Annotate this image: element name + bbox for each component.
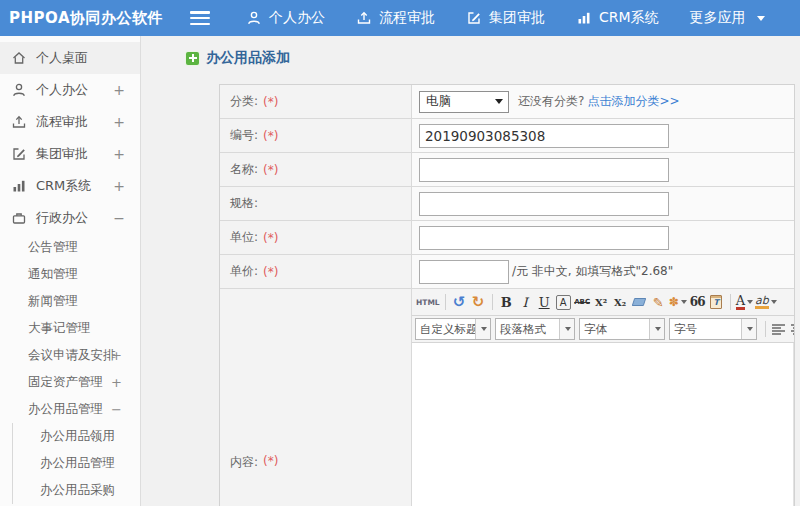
sidebar-item-personal-office[interactable]: 个人办公 + [0,74,140,106]
bold-button[interactable]: B [497,292,516,312]
nav-label: 更多应用 [690,9,746,27]
nav-label: 流程审批 [379,9,435,27]
form-row-content: 内容: (*) HTML ↺ ↻ B I U A ABC [220,289,794,506]
auto-typeset-button[interactable]: ✽ [668,292,688,312]
hamburger-menu-icon[interactable] [190,11,210,25]
paragraph-format-select[interactable]: 段落格式 [495,318,575,340]
expand-toggle[interactable]: + [113,114,125,130]
align-center-icon [791,323,794,335]
caret-down-icon [565,327,571,331]
nav-process-approval[interactable]: 流程审批 [356,9,435,27]
nav-personal-office[interactable]: 个人办公 [246,9,325,27]
sidebar-item-fixed-assets-mgmt[interactable]: 固定资产管理 + [0,369,140,396]
nav-more-apps[interactable]: 更多应用 [690,9,765,27]
person-icon [246,10,262,26]
format-brush-button[interactable]: ✎ [649,292,668,312]
font-size-select[interactable]: 字号 [669,318,757,340]
person-icon [11,82,27,98]
editor-canvas[interactable] [412,343,794,506]
sidebar-item-admin-office[interactable]: 行政办公 − [0,202,140,234]
align-left-icon [772,323,787,335]
number-input[interactable] [419,124,669,148]
unit-input[interactable] [419,226,669,250]
nav-label: 集团审批 [489,9,545,27]
sidebar-item-office-supplies-receive[interactable]: 办公用品领用 [0,423,140,450]
sidebar-item-news-mgmt[interactable]: 新闻管理 [0,288,140,315]
dropdown-caret [649,319,664,339]
custom-title-select[interactable]: 自定义标题 [415,318,491,340]
caret-down-icon [747,327,753,331]
sidebar-item-label: 大事记管理 [28,320,91,337]
spec-input[interactable] [419,192,669,216]
font-color-button[interactable]: A [735,292,754,312]
expand-toggle[interactable]: + [113,82,125,98]
form-row-price: 单价: (*) /元 非中文, 如填写格式"2.68" [220,255,794,289]
redo-button[interactable]: ↻ [469,292,488,312]
price-label: 单价: (*) [220,255,412,288]
page-title-text: 办公用品添加 [206,49,290,67]
bar-chart-icon [576,10,592,26]
top-nav: 个人办公 流程审批 集团审批 CRM系统 更多应用 [246,9,796,27]
nav-crm-system[interactable]: CRM系统 [576,9,659,27]
category-select[interactable]: 电脑 [419,91,509,113]
unit-label: 单位: (*) [220,221,412,254]
caret-down-icon [655,327,661,331]
caret-down-icon [681,300,687,304]
sidebar-item-announcement-mgmt[interactable]: 公告管理 [0,234,140,261]
sidebar-item-notification-mgmt[interactable]: 通知管理 [0,261,140,288]
undo-button[interactable]: ↺ [450,292,469,312]
caret-down-icon [757,16,765,21]
dropdown-caret [475,319,490,339]
number-cell [412,119,794,152]
home-icon [11,50,27,66]
subscript-button[interactable]: X₂ [611,292,630,312]
paste-as-text-button[interactable]: T [707,292,726,312]
font-family-select[interactable]: 字体 [579,318,665,340]
strikethrough-button[interactable]: ABC [573,292,592,312]
edit-square-icon [11,146,27,162]
toolbar-separator [765,321,766,337]
eraser-button[interactable] [630,292,649,312]
add-category-link[interactable]: 点击添加分类>> [587,93,679,110]
underline-button[interactable]: U [535,292,554,312]
expand-toggle[interactable]: + [111,375,122,390]
sidebar-item-office-supplies-purchase[interactable]: 办公用品采购 [0,477,140,504]
dropdown-label: 段落格式 [496,322,559,337]
price-input[interactable] [419,260,509,284]
sidebar-item-label: 办公用品管理 [40,455,115,472]
expand-toggle[interactable]: + [113,178,125,194]
collapse-toggle[interactable]: − [111,402,122,417]
sidebar-item-office-supplies-manage[interactable]: 办公用品管理 [0,450,140,477]
italic-button[interactable]: I [516,292,535,312]
expand-toggle[interactable]: + [113,146,125,162]
collapse-toggle[interactable]: − [113,210,125,226]
sidebar-item-group-approval[interactable]: 集团审批 + [0,138,140,170]
superscript-button[interactable]: X² [592,292,611,312]
sidebar-item-meeting-request[interactable]: 会议申请及安排 + [0,342,140,369]
sidebar-item-office-supplies-mgmt[interactable]: 办公用品管理 − [0,396,140,423]
price-cell: /元 非中文, 如填写格式"2.68" [412,255,794,288]
sidebar-item-personal-desktop[interactable]: 个人桌面 [0,42,140,74]
align-center-button[interactable] [789,319,794,339]
sidebar-item-label: 行政办公 [36,209,88,227]
label-text: 分类: [230,93,258,110]
form-row-spec: 规格: [220,187,794,221]
name-label: 名称: (*) [220,153,412,186]
blockquote-button[interactable]: 66 [688,292,707,312]
sidebar-item-memorabilia-mgmt[interactable]: 大事记管理 [0,315,140,342]
app-logo: PHPOA协同办公软件 [0,9,168,28]
caret-down-icon [747,300,753,304]
wand-icon: ✽ [669,295,679,309]
name-input[interactable] [419,158,669,182]
category-label: 分类: (*) [220,85,412,118]
sidebar-item-process-approval[interactable]: 流程审批 + [0,106,140,138]
sidebar-item-crm-system[interactable]: CRM系统 + [0,170,140,202]
nav-group-approval[interactable]: 集团审批 [466,9,545,27]
unit-cell [412,221,794,254]
char-border-button[interactable]: A [556,295,571,310]
dropdown-label: 字号 [670,322,741,337]
html-source-button[interactable]: HTML [415,292,441,312]
align-left-button[interactable] [770,319,789,339]
expand-toggle[interactable]: + [111,348,122,363]
highlight-color-button[interactable]: ab [754,292,778,312]
